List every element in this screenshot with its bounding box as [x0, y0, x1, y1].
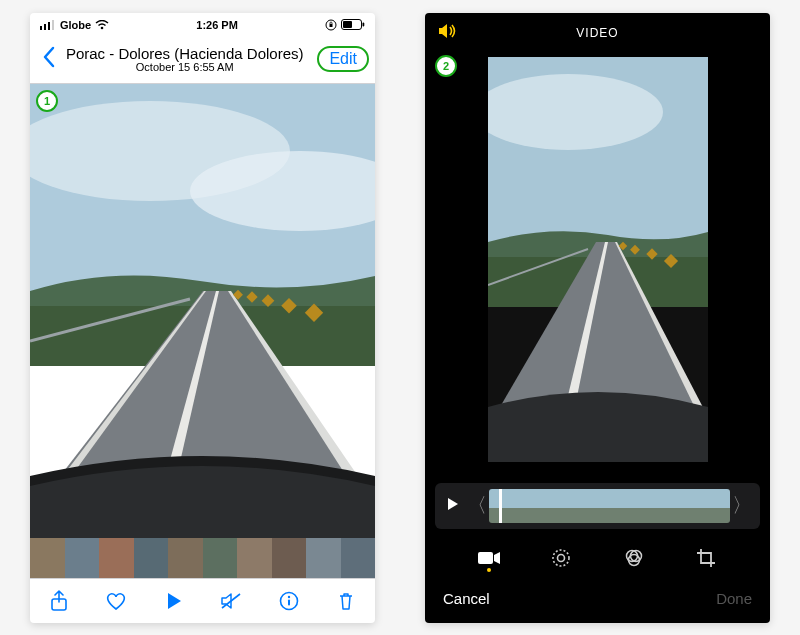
- edit-button[interactable]: Edit: [317, 46, 369, 72]
- svg-rect-43: [478, 552, 493, 564]
- bottom-toolbar: [30, 578, 375, 623]
- svg-point-29: [288, 595, 290, 597]
- trim-handle-right[interactable]: 〉: [730, 492, 754, 519]
- signal-icon: [40, 20, 56, 30]
- page-title: Porac - Dolores (Hacienda Dolores): [52, 45, 317, 62]
- edit-tool-tabs: [425, 537, 770, 579]
- adjust-icon[interactable]: [548, 547, 574, 569]
- favorite-icon[interactable]: [104, 591, 128, 611]
- annotation-step-2: 2: [435, 55, 457, 77]
- cancel-button[interactable]: Cancel: [443, 590, 490, 607]
- svg-rect-30: [288, 599, 290, 605]
- svg-rect-2: [48, 22, 50, 30]
- share-icon[interactable]: [47, 590, 71, 612]
- timeline-scrubber[interactable]: [499, 489, 502, 523]
- volume-icon[interactable]: [437, 22, 459, 43]
- svg-point-4: [101, 26, 104, 29]
- page-subtitle: October 15 6:55 AM: [52, 61, 317, 73]
- svg-point-46: [558, 554, 565, 561]
- photos-app-screen: Globe 1:26 PM Porac - Dolores (H: [30, 13, 375, 623]
- info-icon[interactable]: [277, 591, 301, 611]
- carrier-label: Globe: [60, 19, 91, 31]
- svg-rect-8: [343, 21, 352, 28]
- svg-marker-26: [168, 593, 181, 609]
- svg-rect-6: [330, 24, 333, 27]
- done-button[interactable]: Done: [716, 590, 752, 607]
- video-icon[interactable]: [476, 550, 502, 566]
- edit-mode-title: VIDEO: [576, 26, 618, 40]
- filters-icon[interactable]: [621, 547, 647, 569]
- video-edit-screen: VIDEO 2: [425, 13, 770, 623]
- crop-icon[interactable]: [693, 547, 719, 569]
- clock: 1:26 PM: [196, 19, 238, 31]
- svg-rect-9: [363, 23, 365, 27]
- annotation-step-1: 1: [36, 90, 58, 112]
- timeline-play-button[interactable]: [441, 497, 465, 515]
- trash-icon[interactable]: [334, 591, 358, 611]
- battery-icon: [341, 19, 365, 30]
- mute-icon[interactable]: [219, 592, 243, 610]
- nav-bar: Porac - Dolores (Hacienda Dolores) Octob…: [30, 37, 375, 84]
- edit-header: VIDEO: [425, 13, 770, 53]
- edit-preview-area[interactable]: 2: [425, 53, 770, 475]
- video-frame: [488, 57, 708, 462]
- play-icon[interactable]: [162, 592, 186, 610]
- trim-handle-left[interactable]: 〈: [465, 492, 489, 519]
- photo-preview[interactable]: 1: [30, 84, 375, 538]
- svg-marker-42: [448, 498, 458, 510]
- orientation-lock-icon: [325, 19, 337, 31]
- svg-rect-0: [40, 26, 42, 30]
- timeline-strip[interactable]: [489, 489, 730, 523]
- svg-rect-3: [52, 20, 54, 30]
- edit-bottom-bar: Cancel Done: [425, 579, 770, 623]
- status-bar: Globe 1:26 PM: [30, 13, 375, 37]
- svg-marker-44: [494, 552, 500, 564]
- svg-point-49: [628, 554, 639, 565]
- svg-rect-1: [44, 24, 46, 30]
- wifi-icon: [95, 20, 109, 30]
- svg-point-45: [553, 550, 569, 566]
- trim-bar: 〈 〉: [435, 483, 760, 529]
- thumbnail-strip[interactable]: [30, 538, 375, 578]
